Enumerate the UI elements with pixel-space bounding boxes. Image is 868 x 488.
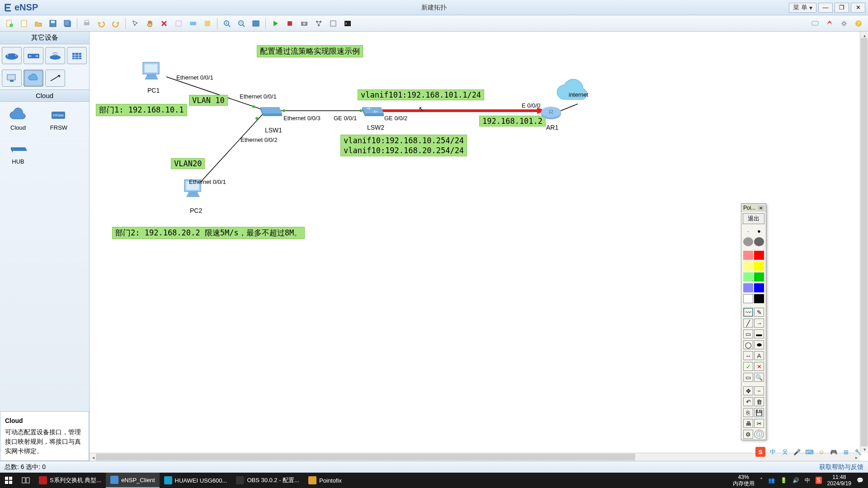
pf-tool-freehand[interactable]: 〰 [743,308,753,317]
marker-tool[interactable] [172,17,185,30]
dev-cloud[interactable] [24,70,43,87]
que-logo-icon[interactable]: S [755,447,765,457]
pointofix-titlebar[interactable]: Poi...✕ [741,204,766,212]
pf-yellow[interactable] [754,262,764,271]
settings-icon[interactable] [837,17,851,30]
devices-button[interactable] [312,17,326,30]
tray-memory[interactable]: 43%内存使用 [733,474,755,487]
undo-button[interactable] [94,17,108,30]
tray-sogou-icon[interactable]: S [816,477,822,484]
text-tool[interactable] [186,17,200,30]
pf-tool-move[interactable]: ✥ [743,386,753,395]
pf-tool-rect[interactable]: ▭ [743,329,753,338]
node-pc1[interactable] [138,59,165,88]
horizontal-scrollbar[interactable]: ◂ ▸ [90,453,860,461]
tray-volume-icon[interactable]: 🔊 [793,477,799,483]
pf-tool-x[interactable]: ✕ [754,362,764,371]
save-button[interactable] [46,17,60,30]
dev-pc[interactable] [2,70,22,87]
pf-tool-doublearrow[interactable]: ↔ [743,351,753,360]
taskbar-app[interactable]: HUAWEI USG600... [160,473,232,488]
fit-button[interactable] [249,17,263,30]
capture-button[interactable] [297,17,311,30]
select-tool[interactable] [128,17,142,30]
cloud-item-cloud[interactable]: Cloud [2,105,34,131]
taskbar-app[interactable]: Pointofix [304,473,346,488]
pf-green[interactable] [754,272,764,282]
stop-button[interactable] [283,17,297,30]
pf-circle-dark[interactable] [754,237,764,246]
pf-tool-line[interactable]: ╱ [743,319,753,328]
pf-tool-trash[interactable]: 🗑 [754,397,764,406]
pf-tool-check[interactable]: ✓ [743,362,753,371]
que-person-icon[interactable]: 웃 [780,447,790,457]
que-tool-icon[interactable]: 🔧 [853,447,863,457]
pf-blue-light[interactable] [743,283,753,292]
maximize-button[interactable]: ❐ [835,3,849,13]
pf-tool-erase[interactable]: − [754,386,764,395]
que-zh-icon[interactable]: 中 [768,447,778,457]
que-grid-icon[interactable]: ⊞ [841,447,851,457]
status-help-link[interactable]: 获取帮助与反馈 [819,463,863,471]
close-button[interactable]: ✕ [851,3,865,13]
dev-switch[interactable] [24,47,43,64]
help-icon[interactable]: ? [852,17,865,30]
huawei-icon[interactable] [823,17,836,30]
tray-clock[interactable]: 11:482024/9/19 [827,474,851,487]
pf-white[interactable] [743,294,753,303]
node-lsw1[interactable] [257,102,284,122]
tray-notification-icon[interactable]: 💬 [857,477,863,483]
pointofix-close-icon[interactable]: ✕ [758,206,764,211]
pf-tool-board[interactable]: ▭ [743,373,753,382]
pf-red-light[interactable] [743,251,753,260]
pf-tool-zoom[interactable]: 🔍 [754,373,764,382]
pf-tool-text[interactable]: A [754,351,764,360]
cloud-item-hub[interactable]: HUB [2,139,34,165]
grid-button[interactable] [326,17,340,30]
taskbar-app[interactable]: OBS 30.0.2 - 配置... [231,473,304,488]
tray-chevron-icon[interactable]: ˄ [760,477,763,483]
pf-dot-small[interactable]: · [743,226,753,235]
new-file-button[interactable] [17,17,31,30]
tray-people-icon[interactable]: 👥 [768,477,775,483]
pf-green-light[interactable] [743,272,753,282]
pan-tool[interactable] [143,17,156,30]
start-menu-button[interactable] [0,473,17,488]
dev-connection[interactable] [45,70,65,87]
pf-tool-clip[interactable]: ✂ [754,419,764,428]
pf-tool-ellipse[interactable]: ◯ [743,340,753,349]
message-icon[interactable] [808,17,822,30]
taskbar-app[interactable]: eNSP_Client [106,473,159,488]
palette-tool[interactable] [201,17,214,30]
pointofix-panel[interactable]: Poi...✕ 退出 ·● 〰✎ ╱→ ▭▬ ◯⬬ ↔A ✓✕ ▭🔍 ✥− ↶🗑… [741,203,766,440]
pf-tool-settings[interactable]: ⚙ [743,430,753,439]
print-button[interactable] [80,17,94,30]
tray-ime-icon[interactable]: 中 [805,477,810,484]
pf-black[interactable] [754,294,764,303]
zoom-out-button[interactable] [235,17,248,30]
pf-tool-undo[interactable]: ↶ [743,397,753,406]
dev-router[interactable] [2,47,22,64]
que-smile-icon[interactable]: ☺ [816,447,826,457]
taskbar-app[interactable]: S系列交换机 典型... [34,473,106,488]
pf-tool-info[interactable]: ⓘ [754,430,764,439]
minimize-button[interactable]: — [818,3,833,13]
delete-tool[interactable] [157,17,171,30]
cloud-item-frsw[interactable]: FRSW FRSW [42,105,75,131]
pf-tool-arrow[interactable]: → [754,319,764,328]
cli-button[interactable] [341,17,354,30]
dev-wlan[interactable] [45,47,65,64]
vertical-scrollbar[interactable]: ▴ ▾ [860,32,868,453]
menu-button[interactable]: 菜 单 ▾ [789,3,816,13]
pf-tool-highlighter[interactable]: ✎ [754,308,764,317]
dev-firewall[interactable] [67,47,87,64]
pf-tool-save[interactable]: 💾 [754,408,764,417]
new-topo-button[interactable] [3,17,16,30]
pf-circle-gray[interactable] [743,237,753,246]
start-button[interactable] [269,17,282,30]
pf-tool-copy[interactable]: ⎘ [743,408,753,417]
tray-battery-icon[interactable]: 🔋 [780,477,787,483]
que-mic-icon[interactable]: 🎤 [792,447,802,457]
que-game-icon[interactable]: 🎮 [829,447,839,457]
pf-dot-big[interactable]: ● [754,226,764,235]
